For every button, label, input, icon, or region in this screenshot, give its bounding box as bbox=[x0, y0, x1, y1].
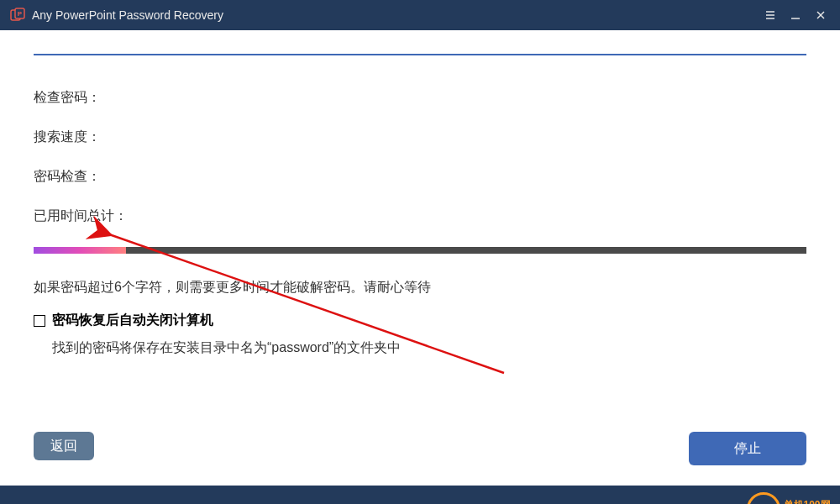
footer: ersion 11.8.0 • 单机100网 danji100.com bbox=[0, 486, 840, 504]
svg-text:P: P bbox=[18, 10, 23, 18]
field-password-check: 密码检查： bbox=[34, 168, 806, 186]
titlebar: P Any PowerPoint Password Recovery bbox=[0, 0, 840, 30]
field-check-password: 检查密码： bbox=[34, 89, 806, 107]
shutdown-checkbox-label: 密码恢复后自动关闭计算机 bbox=[52, 312, 213, 329]
hint-text: 如果密码超过6个字符，则需要更多时间才能破解密码。请耐心等待 bbox=[34, 279, 806, 297]
progress-bar bbox=[34, 247, 806, 254]
watermark: • 单机100网 danji100.com bbox=[747, 492, 833, 504]
watermark-brand: 单机100网 bbox=[784, 500, 833, 504]
app-icon: P bbox=[10, 8, 25, 23]
shutdown-checkbox-row: 密码恢复后自动关闭计算机 bbox=[34, 312, 806, 329]
close-icon[interactable] bbox=[811, 6, 830, 24]
back-button[interactable]: 返回 bbox=[34, 432, 94, 460]
watermark-icon: • bbox=[747, 492, 780, 504]
field-elapsed-total: 已用时间总计： bbox=[34, 207, 806, 225]
annotation-arrow bbox=[0, 54, 773, 486]
minimize-icon[interactable] bbox=[786, 6, 805, 24]
save-note: 找到的密码将保存在安装目录中名为“password”的文件夹中 bbox=[52, 339, 806, 357]
stop-button[interactable]: 停止 bbox=[689, 432, 806, 465]
main-panel: 检查密码： 搜索速度： 密码检查： 已用时间总计： 如果密码超过6个字符，则需要… bbox=[0, 54, 840, 486]
divider-top bbox=[34, 54, 806, 55]
shutdown-checkbox[interactable] bbox=[34, 315, 45, 327]
menu-icon[interactable] bbox=[761, 6, 780, 24]
field-search-speed: 搜索速度： bbox=[34, 129, 806, 146]
button-bar: 返回 停止 bbox=[34, 432, 806, 465]
progress-fill bbox=[34, 247, 126, 254]
app-title: Any PowerPoint Password Recovery bbox=[32, 8, 223, 22]
